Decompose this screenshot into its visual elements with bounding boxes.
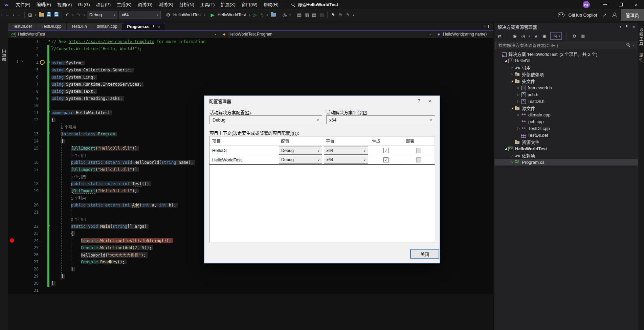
chevron-down-icon[interactable]: ▾ (247, 14, 251, 17)
preview-icon[interactable]: ▥ (318, 12, 326, 18)
breakpoint-gutter[interactable] (8, 95, 16, 102)
breakpoint-gutter[interactable] (8, 145, 16, 152)
platform-dropdown[interactable]: x64∨ (324, 147, 368, 155)
properties-tab[interactable]: 属性 (639, 53, 644, 63)
breakpoint-gutter[interactable] (8, 287, 16, 294)
tab-TestDll.def[interactable]: TestDll.def (8, 23, 37, 30)
redo-icon[interactable]: ↷ (75, 12, 82, 18)
tab-TestDll.cpp[interactable]: TestDll.cpp (37, 23, 66, 30)
menu-扩展(X)[interactable]: 扩展(X) (218, 0, 238, 9)
config-dropdown[interactable]: Debug∨ (279, 147, 322, 155)
tree-item-头文件[interactable]: ◢头文件 (494, 78, 638, 84)
breakpoint-gutter[interactable] (8, 180, 16, 187)
chevron-down-icon[interactable]: ▾ (529, 35, 530, 38)
start-debugging-icon[interactable]: ▶ (209, 12, 216, 18)
navigate-to-icon[interactable]: ▥ (303, 12, 311, 18)
breakpoint-gutter[interactable] (8, 52, 16, 59)
tree-item-TestDll.cpp[interactable]: ▷TestDll.cpp (494, 125, 638, 132)
breakpoint-gutter[interactable] (8, 45, 16, 52)
codelens-references[interactable]: 1 个引用 (71, 153, 86, 158)
project-name-cell[interactable]: HelloWorldTest (209, 155, 278, 165)
codelens-references[interactable]: 1 个引用 (71, 195, 86, 201)
codelens-references[interactable]: 1 个引用 (71, 174, 86, 179)
chevron-down-icon[interactable]: ▾ (34, 14, 38, 17)
breakpoint-gutter[interactable] (8, 152, 16, 159)
open-file-icon[interactable] (38, 12, 45, 18)
breakpoint-gutter[interactable] (8, 59, 16, 66)
collapse-all-icon[interactable]: ∧ (533, 34, 539, 39)
wrench-icon[interactable]: ⚙ (572, 34, 577, 39)
breakpoint-gutter[interactable] (8, 123, 16, 130)
tree-item-HelloDll[interactable]: ◢HelloDll (494, 57, 638, 64)
github-copilot-icon[interactable] (558, 13, 564, 17)
solution-search-input[interactable]: 搜索解决方案资源管理器(Ctrl+;) ▾ (495, 41, 637, 49)
tree-item-资源文件[interactable]: 资源文件 (494, 138, 638, 145)
window-position-icon[interactable]: ▾ (620, 25, 621, 28)
tree-item-依赖项[interactable]: ▷依赖项 (494, 152, 638, 159)
menu-窗口(W)[interactable]: 窗口(W) (239, 0, 261, 9)
breakpoint-gutter[interactable] (8, 73, 16, 81)
platform-dropdown[interactable]: x64∨ (324, 156, 368, 164)
active-config-dropdown[interactable]: Debug ∨ (209, 115, 322, 124)
toolbox-tab[interactable]: 工具箱 (1, 47, 7, 64)
expander-icon[interactable]: ▷ (509, 160, 515, 164)
menu-调试(D)[interactable]: 调试(D) (134, 0, 155, 9)
breakpoint-gutter[interactable] (8, 251, 16, 258)
expander-icon[interactable]: ▷ (516, 100, 521, 103)
tree-item-pch.h[interactable]: ▷pch.h (494, 91, 638, 98)
add-user-icon[interactable] (612, 13, 617, 17)
expander-icon[interactable]: ▷ (516, 93, 521, 96)
chevron-down-icon[interactable]: ▾ (288, 14, 292, 17)
expander-icon[interactable]: ▷ (509, 72, 515, 76)
breakpoint-gutter[interactable] (8, 265, 16, 272)
breakpoint-dot[interactable] (10, 238, 14, 243)
expander-icon[interactable]: ▷ (516, 127, 521, 130)
menu-视图(V)[interactable]: 视图(V) (54, 0, 75, 9)
add-item-icon[interactable] (270, 12, 277, 18)
save-all-icon[interactable] (52, 12, 60, 18)
dialog-close-button[interactable]: × (425, 98, 435, 104)
project-name-cell[interactable]: HelloDll (209, 146, 278, 155)
tree-item-引用[interactable]: ▷引用 (494, 64, 638, 71)
tree-item-HelloWorldTest[interactable]: ◢HelloWorldTest (494, 145, 638, 152)
tree-item-源文件[interactable]: ◢源文件 (494, 105, 638, 111)
menu-编辑(E)[interactable]: 编辑(E) (34, 0, 54, 9)
menu-帮助(H)[interactable]: 帮助(H) (261, 0, 282, 9)
chevron-down-icon[interactable]: ▾ (203, 14, 207, 17)
breakpoint-gutter[interactable] (8, 244, 16, 251)
codelens-references[interactable]: 0 个引用 (61, 124, 76, 130)
breakpoint-gutter[interactable] (8, 208, 16, 216)
breakpoint-gutter[interactable] (8, 159, 16, 166)
breakpoint-gutter[interactable] (8, 88, 16, 95)
breakpoint-gutter[interactable] (8, 166, 16, 173)
build-checkbox[interactable]: ✓ (383, 148, 388, 153)
breakpoint-gutter[interactable] (8, 272, 16, 280)
properties-pages-icon[interactable]: ▣ (542, 34, 547, 39)
restore-button[interactable] (613, 0, 628, 9)
build-checkbox[interactable]: ✓ (383, 157, 388, 162)
hot-reload-icon[interactable]: ϟ (259, 12, 266, 18)
switch-views-icon[interactable]: ⇄ (497, 34, 502, 39)
breakpoint-gutter[interactable] (8, 280, 16, 287)
minimize-button[interactable] (597, 0, 613, 9)
breakpoint-gutter[interactable] (8, 201, 16, 208)
breakpoint-gutter[interactable] (8, 81, 16, 88)
breakpoint-gutter[interactable] (8, 223, 16, 230)
find-in-files-icon[interactable]: ▤ (296, 12, 303, 18)
pending-changes-filter-icon[interactable]: ◷ (520, 34, 526, 39)
expander-icon[interactable]: ◢ (503, 59, 508, 62)
chevron-down-icon[interactable]: ▾ (71, 14, 75, 17)
menu-工具(T)[interactable]: 工具(T) (197, 0, 218, 9)
tree-item-dllmain.cpp[interactable]: ▷dllmain.cpp (494, 111, 638, 118)
toolbar-drag-handle[interactable]: ∷ (0, 13, 4, 17)
copilot-label[interactable]: GitHub Copilot (568, 13, 597, 18)
startup-project-label[interactable]: HelloWorldTest (173, 13, 202, 17)
config-dropdown[interactable]: Debug∨ (279, 156, 322, 164)
help-button[interactable]: ? (413, 98, 425, 104)
preview-selected-icon[interactable]: ▥ (580, 34, 585, 39)
chevron-down-icon[interactable]: ▾ (266, 14, 270, 17)
breakpoint-gutter[interactable] (8, 187, 16, 194)
start-without-debugging-icon[interactable]: ▷ (251, 12, 259, 18)
next-bookmark-icon[interactable]: ⚑ (344, 12, 352, 18)
breakpoint-gutter[interactable] (8, 137, 16, 145)
